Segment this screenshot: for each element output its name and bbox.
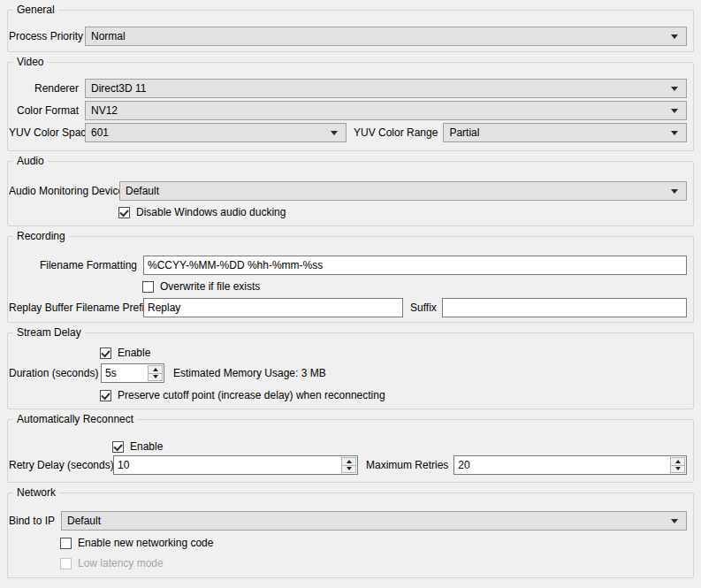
video-group: Video Renderer Direct3D 11 Color Format …: [7, 62, 694, 151]
renderer-value: Direct3D 11: [91, 82, 671, 95]
yuv-color-range-label: YUV Color Range: [347, 126, 443, 139]
chevron-down-icon: [671, 519, 678, 527]
checkbox-icon: [60, 538, 72, 549]
network-group: Network Bind to IP Default Enable new ne…: [7, 493, 694, 578]
new-networking-code-label: Enable new networking code: [78, 537, 213, 549]
spin-up-icon[interactable]: [342, 458, 355, 465]
auto-reconnect-group: Automatically Reconnect Enable Retry Del…: [7, 419, 694, 483]
retry-delay-spinbox[interactable]: [113, 455, 358, 475]
color-format-value: NV12: [91, 104, 671, 117]
general-group-title: General: [13, 4, 58, 17]
filename-formatting-label: Filename Formatting: [9, 259, 143, 271]
max-retries-spin-buttons: [670, 457, 685, 473]
checkbox-icon: [100, 390, 111, 401]
audio-monitoring-label: Audio Monitoring Device: [9, 185, 119, 197]
spin-up-icon[interactable]: [149, 366, 162, 373]
spin-down-icon[interactable]: [342, 465, 355, 473]
color-format-label: Color Format: [9, 104, 85, 117]
stream-delay-group: Stream Delay Enable Duration (seconds) E…: [7, 332, 694, 409]
preserve-cutoff-label: Preserve cutoff point (increase delay) w…: [118, 389, 385, 401]
low-latency-mode-checkbox: Low latency mode: [60, 556, 687, 570]
audio-monitoring-value: Default: [126, 185, 671, 197]
duration-row: Duration (seconds) Estimated Memory Usag…: [9, 363, 687, 383]
replay-buffer-row: Replay Buffer Filename Prefix Suffix: [9, 298, 687, 317]
replay-suffix-input[interactable]: [442, 298, 687, 317]
recording-group-title: Recording: [13, 230, 69, 243]
low-latency-mode-label: Low latency mode: [78, 557, 164, 569]
process-priority-row: Process Priority Normal: [9, 27, 687, 46]
filename-formatting-input[interactable]: [143, 256, 687, 275]
chevron-down-icon: [331, 131, 338, 139]
memory-usage-text: Estimated Memory Usage: 3 MB: [173, 367, 326, 379]
checkbox-icon: [60, 558, 72, 569]
max-retries-input[interactable]: [454, 456, 669, 474]
bind-to-ip-row: Bind to IP Default: [9, 511, 687, 531]
disable-audio-ducking-label: Disable Windows audio ducking: [136, 206, 286, 218]
stream-delay-group-title: Stream Delay: [13, 326, 85, 340]
filename-formatting-row: Filename Formatting: [9, 256, 687, 275]
reconnect-enable-checkbox[interactable]: Enable: [112, 439, 687, 454]
chevron-down-icon: [671, 87, 678, 95]
max-retries-spinbox[interactable]: [453, 455, 687, 475]
replay-prefix-input[interactable]: [143, 298, 403, 317]
replay-prefix-label: Replay Buffer Filename Prefix: [9, 302, 143, 314]
bind-to-ip-select[interactable]: Default: [61, 511, 687, 531]
checkbox-icon: [100, 347, 111, 359]
chevron-down-icon: [671, 189, 678, 197]
audio-monitoring-row: Audio Monitoring Device Default: [9, 181, 687, 201]
color-format-select[interactable]: NV12: [85, 101, 687, 120]
retry-delay-spin-buttons: [341, 457, 356, 473]
network-group-title: Network: [13, 486, 59, 500]
retry-delay-input[interactable]: [114, 456, 340, 474]
process-priority-value: Normal: [91, 30, 671, 42]
chevron-down-icon: [671, 34, 678, 42]
yuv-row: YUV Color Space 601 YUV Color Range Part…: [9, 123, 687, 142]
general-group: General Process Priority Normal: [7, 10, 694, 52]
spin-down-icon[interactable]: [149, 373, 162, 381]
duration-spin-buttons: [148, 365, 163, 381]
overwrite-file-checkbox[interactable]: Overwrite if file exists: [142, 279, 687, 294]
reconnect-enable-label: Enable: [130, 440, 163, 453]
chevron-down-icon: [671, 109, 678, 117]
spin-down-icon[interactable]: [671, 465, 684, 473]
replay-suffix-label: Suffix: [403, 302, 442, 314]
process-priority-select[interactable]: Normal: [85, 27, 687, 46]
yuv-color-range-select[interactable]: Partial: [443, 123, 687, 142]
chevron-down-icon: [671, 131, 678, 139]
new-networking-code-checkbox[interactable]: Enable new networking code: [60, 536, 687, 550]
retry-delay-label: Retry Delay (seconds): [9, 459, 113, 471]
video-group-title: Video: [13, 56, 47, 69]
renderer-select[interactable]: Direct3D 11: [85, 79, 687, 98]
duration-spinbox[interactable]: [101, 363, 164, 383]
renderer-label: Renderer: [9, 82, 85, 95]
max-retries-label: Maximum Retries: [358, 459, 453, 471]
stream-delay-enable-checkbox[interactable]: Enable: [100, 346, 687, 360]
audio-group: Audio Audio Monitoring Device Default Di…: [7, 161, 694, 226]
audio-monitoring-select[interactable]: Default: [119, 181, 687, 201]
duration-input[interactable]: [102, 364, 147, 382]
yuv-color-space-value: 601: [91, 126, 331, 139]
preserve-cutoff-checkbox[interactable]: Preserve cutoff point (increase delay) w…: [100, 388, 687, 402]
overwrite-file-label: Overwrite if file exists: [160, 280, 260, 293]
duration-label: Duration (seconds): [9, 367, 101, 379]
retry-row: Retry Delay (seconds) Maximum Retries: [9, 455, 687, 475]
spin-up-icon[interactable]: [671, 458, 684, 465]
color-format-row: Color Format NV12: [9, 101, 687, 120]
disable-audio-ducking-checkbox[interactable]: Disable Windows audio ducking: [118, 205, 687, 219]
yuv-color-space-label: YUV Color Space: [9, 126, 85, 139]
bind-to-ip-label: Bind to IP: [9, 515, 61, 527]
recording-group: Recording Filename Formatting Overwrite …: [7, 236, 694, 323]
yuv-color-space-select[interactable]: 601: [85, 123, 347, 142]
checkbox-icon: [118, 207, 130, 218]
process-priority-label: Process Priority: [9, 30, 85, 42]
yuv-color-range-value: Partial: [449, 126, 671, 139]
audio-group-title: Audio: [13, 155, 48, 168]
checkbox-icon: [112, 441, 124, 453]
stream-delay-enable-label: Enable: [118, 347, 150, 359]
checkbox-icon: [142, 281, 154, 293]
auto-reconnect-group-title: Automatically Reconnect: [13, 413, 137, 426]
renderer-row: Renderer Direct3D 11: [9, 79, 687, 98]
bind-to-ip-value: Default: [67, 515, 671, 527]
